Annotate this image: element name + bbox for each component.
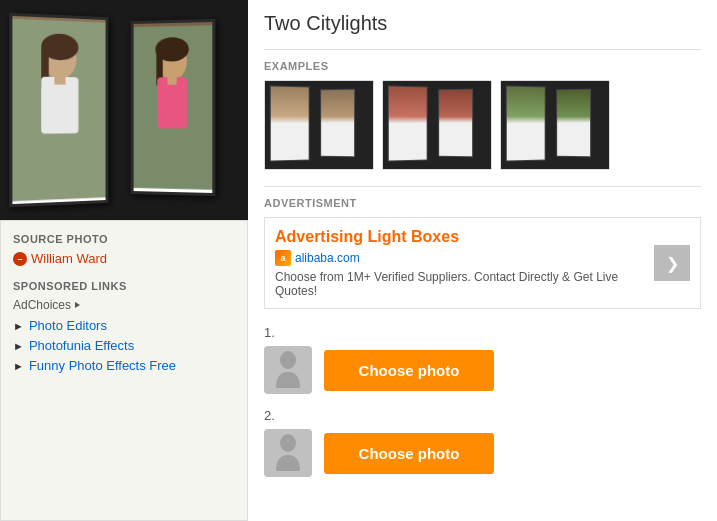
ad-content: Advertising Light Boxes a alibaba.com Ch… [275, 228, 644, 298]
person-placeholder-1 [264, 346, 312, 394]
source-user-link[interactable]: – William Ward [13, 251, 235, 266]
adchoices-text: AdChoices [13, 298, 71, 312]
sidebar-link-photo-editors[interactable]: ► Photo Editors [13, 318, 235, 333]
right-panel: Two Citylights EXAMPLES [248, 0, 717, 521]
svg-rect-10 [157, 77, 187, 128]
person-icon-2 [272, 433, 304, 473]
slot-row-1: Choose photo [264, 346, 701, 394]
adchoices-icon [75, 302, 80, 308]
ad-next-button[interactable]: ❯ [654, 245, 690, 281]
arrow-bullet-1: ► [13, 320, 24, 332]
svg-rect-5 [54, 75, 65, 85]
thumb-bg-1 [265, 81, 373, 169]
svg-rect-4 [41, 77, 78, 134]
source-label: SOURCE PHOTO [13, 233, 235, 245]
ad-divider [264, 186, 701, 187]
slot-number-1: 1. [264, 325, 701, 340]
sidebar-link-label-1: Photo Editors [29, 318, 107, 333]
person-placeholder-2 [264, 429, 312, 477]
choose-photo-button-2[interactable]: Choose photo [324, 433, 494, 474]
lightbox-frame-left [9, 13, 108, 208]
source-icon: – [13, 252, 27, 266]
example-thumb-1[interactable] [264, 80, 374, 170]
person-image-left [12, 16, 105, 204]
sidebar-link-funny-photo[interactable]: ► Funny Photo Effects Free [13, 358, 235, 373]
thumb-bg-2 [383, 81, 491, 169]
ad-source-text: alibaba.com [295, 251, 360, 265]
svg-rect-11 [167, 76, 176, 84]
ad-source-row: a alibaba.com [275, 250, 644, 266]
arrow-right-icon: ❯ [666, 254, 679, 273]
choose-photo-button-1[interactable]: Choose photo [324, 350, 494, 391]
person-icon-1 [272, 350, 304, 390]
photo-slot-1: 1. Choose photo [264, 325, 701, 394]
thumb-bg-3 [501, 81, 609, 169]
ad-description: Choose from 1M+ Verified Suppliers. Cont… [275, 270, 644, 298]
slot-row-2: Choose photo [264, 429, 701, 477]
examples-row [264, 80, 701, 170]
example-thumb-2[interactable] [382, 80, 492, 170]
ad-favicon: a [275, 250, 291, 266]
source-user-name: William Ward [31, 251, 107, 266]
adchoices-row: AdChoices [13, 298, 235, 312]
sponsored-section: SPONSORED LINKS AdChoices ► Photo Editor… [13, 280, 235, 373]
advertisment-label: ADVERTISMENT [264, 197, 701, 209]
svg-point-12 [280, 351, 296, 369]
person-image-right [134, 22, 213, 193]
sidebar-link-label-3: Funny Photo Effects Free [29, 358, 176, 373]
ad-title[interactable]: Advertising Light Boxes [275, 228, 644, 246]
left-panel: SOURCE PHOTO – William Ward SPONSORED LI… [0, 0, 248, 521]
ad-box: Advertising Light Boxes a alibaba.com Ch… [264, 217, 701, 309]
photo-slot-2: 2. Choose photo [264, 408, 701, 477]
slot-number-2: 2. [264, 408, 701, 423]
svg-point-13 [280, 434, 296, 452]
lightbox-frame-right [131, 19, 216, 196]
examples-label: EXAMPLES [264, 60, 701, 72]
arrow-bullet-2: ► [13, 340, 24, 352]
page-title: Two Citylights [264, 12, 701, 35]
examples-divider [264, 49, 701, 50]
arrow-bullet-3: ► [13, 360, 24, 372]
info-panel: SOURCE PHOTO – William Ward SPONSORED LI… [0, 220, 248, 521]
sponsored-label: SPONSORED LINKS [13, 280, 235, 292]
preview-image [0, 0, 248, 220]
sidebar-link-photofunia[interactable]: ► Photofunia Effects [13, 338, 235, 353]
example-thumb-3[interactable] [500, 80, 610, 170]
sidebar-link-label-2: Photofunia Effects [29, 338, 134, 353]
